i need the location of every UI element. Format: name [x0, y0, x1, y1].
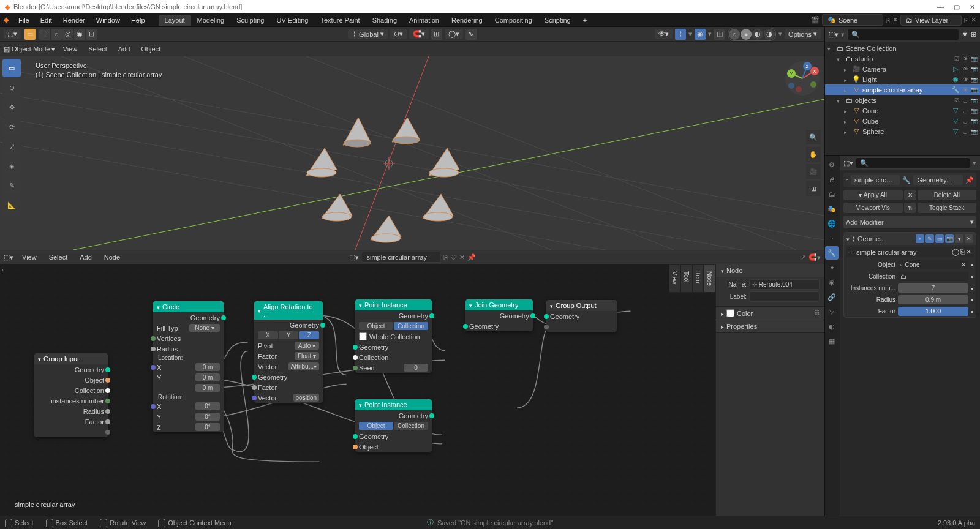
- tab-sculpting[interactable]: Sculpting: [230, 15, 270, 26]
- nav-zoom-icon[interactable]: 🔍: [806, 130, 821, 144]
- scene-icon[interactable]: 🎬: [811, 16, 820, 24]
- npanel-node-header[interactable]: Node: [716, 264, 824, 277]
- mod-radius-field[interactable]: 0.9 m: [898, 295, 968, 304]
- shading-rendered-icon[interactable]: ◑: [764, 29, 775, 40]
- tab-shading[interactable]: Shading: [366, 15, 403, 26]
- prop-curve-icon[interactable]: ∿: [466, 29, 477, 40]
- node-circle[interactable]: Circle Geometry Fill TypNone ▾ Vertices …: [153, 301, 224, 432]
- breadcrumb-pin-icon[interactable]: 📌: [965, 176, 974, 184]
- scene-delete-icon[interactable]: ✕: [892, 16, 898, 24]
- proportional-dropdown[interactable]: ◯▾: [445, 29, 463, 39]
- tool-transform[interactable]: ◈: [2, 157, 21, 175]
- add-modifier-button[interactable]: Add Modifier▾: [843, 216, 976, 228]
- shading-drop-icon[interactable]: ▾: [778, 30, 782, 38]
- nav-gizmo[interactable]: X Y Z: [784, 60, 821, 97]
- xray-icon[interactable]: ◫: [714, 29, 725, 40]
- overlay-toggle-icon[interactable]: ◉: [695, 29, 706, 40]
- tab-layout[interactable]: Layout: [159, 15, 191, 26]
- node-tree-pin-icon[interactable]: 📌: [467, 253, 476, 261]
- prop-tab-scene[interactable]: 🎭: [825, 202, 839, 216]
- npanel-label-field[interactable]: [749, 291, 820, 302]
- tab-compositing[interactable]: Compositing: [489, 15, 538, 26]
- npanel-tab-view[interactable]: View: [669, 264, 680, 293]
- mod-render-icon[interactable]: 📷: [945, 234, 954, 243]
- props-search[interactable]: 🔍: [856, 157, 970, 169]
- gizmo-drop-icon[interactable]: ▾: [688, 30, 692, 38]
- layer-selector[interactable]: 🗂View Layer: [900, 15, 962, 26]
- mod-realtime-icon[interactable]: ▫: [916, 234, 924, 243]
- shading-solid-icon[interactable]: ●: [741, 29, 752, 40]
- prop-tab-object[interactable]: ▫: [825, 231, 839, 245]
- prop-tab-physics[interactable]: ◉: [825, 276, 839, 289]
- scene-new-icon[interactable]: ⎘: [886, 17, 890, 24]
- tab-modeling[interactable]: Modeling: [191, 15, 231, 26]
- mod-delete-icon[interactable]: ✕: [965, 234, 973, 243]
- mod-factor-field[interactable]: 1.000: [898, 307, 968, 316]
- ne-menu-node[interactable]: Node: [100, 252, 124, 262]
- origin3-icon[interactable]: ◉: [74, 29, 85, 40]
- mod-object-field[interactable]: ▫ Cone✕: [898, 260, 968, 269]
- overlay-drop-icon[interactable]: ▾: [708, 30, 712, 38]
- node-tree-name[interactable]: simple circular array: [361, 252, 441, 263]
- viewport-vis-button[interactable]: Viewport Vis: [843, 203, 903, 213]
- node-arrow-icon[interactable]: ↗: [801, 253, 806, 261]
- tab-texture[interactable]: Texture Paint: [314, 15, 366, 26]
- vp-menu-object[interactable]: Object: [137, 44, 164, 54]
- node-group-output[interactable]: Group Output Geometry: [546, 300, 617, 332]
- ne-menu-view[interactable]: View: [18, 252, 40, 262]
- shading-matprev-icon[interactable]: ◐: [752, 29, 763, 40]
- pivot-dropdown[interactable]: ⊙▾: [390, 29, 407, 39]
- mod-collection-field[interactable]: 🗀: [898, 272, 968, 281]
- node-snap-icon[interactable]: 🧲▾: [809, 253, 821, 261]
- node-point-instance-1[interactable]: Point Instance Geometry ObjectCollection…: [355, 299, 432, 373]
- viewport-3d[interactable]: ▭ ⊕ ✥ ⟳ ⤢ ◈ ✎ 📐 User Perspective (1) Sce…: [0, 56, 824, 250]
- npanel-tab-item[interactable]: Item: [692, 264, 704, 293]
- toggle-stack-icon[interactable]: ⇅: [904, 203, 916, 213]
- tool-rotate[interactable]: ⟳: [2, 118, 21, 136]
- npanel-color-header[interactable]: Color⠿: [716, 307, 824, 320]
- outliner-row-scene[interactable]: 🗀Scene Collection: [825, 43, 980, 53]
- cursor-tool-icon[interactable]: ⊹: [39, 29, 50, 40]
- vp-menu-select[interactable]: Select: [85, 44, 111, 54]
- tab-uv[interactable]: UV Editing: [270, 15, 314, 26]
- ne-menu-select[interactable]: Select: [45, 252, 72, 262]
- delete-all-x[interactable]: ✕: [904, 190, 916, 200]
- prop-tab-mesh[interactable]: ▽: [825, 305, 839, 318]
- options-dropdown[interactable]: Options ▾: [785, 29, 821, 39]
- npanel-props-header[interactable]: Properties: [716, 320, 824, 332]
- outliner-filter-icon[interactable]: ▼: [962, 31, 968, 38]
- gizmo-toggle-icon[interactable]: ⊹: [675, 29, 686, 40]
- nav-ortho-icon[interactable]: ⊞: [806, 181, 821, 196]
- outliner-row-cone[interactable]: ▽Cone▽◡📷: [825, 105, 980, 116]
- tool-scale[interactable]: ⤢: [2, 137, 21, 156]
- toggle-stack-button[interactable]: Toggle Stack: [918, 203, 977, 213]
- prop-tab-modifier[interactable]: 🔧: [825, 246, 839, 260]
- tool-select-box[interactable]: ▭: [2, 59, 21, 77]
- menu-file[interactable]: File: [13, 15, 34, 25]
- prop-tab-world[interactable]: 🌐: [825, 217, 839, 230]
- outliner-row-camera[interactable]: 🎥Camera▷👁📷: [825, 64, 980, 74]
- outliner-type-dropdown[interactable]: ⬚▾: [829, 31, 839, 39]
- tool-move[interactable]: ✥: [2, 98, 21, 116]
- outliner-row-sphere[interactable]: ▽Sphere▽◡📷: [825, 126, 980, 137]
- menu-render[interactable]: Render: [58, 15, 90, 25]
- delete-all-button[interactable]: Delete All: [918, 190, 977, 200]
- blender-icon[interactable]: ◆: [4, 16, 9, 24]
- outliner-new-collection-icon[interactable]: ⊞: [971, 31, 976, 39]
- node-group-input[interactable]: Group Input Geometry Object Collection i…: [34, 353, 108, 437]
- mod-editmode-icon[interactable]: ✎: [925, 234, 934, 243]
- menu-edit[interactable]: Edit: [36, 15, 57, 25]
- outliner-row-objects[interactable]: 🗀objects☑◡📷: [825, 95, 980, 105]
- node-toolbar-toggle[interactable]: ›: [1, 266, 4, 273]
- node-tree-type-dropdown[interactable]: ⬚▾: [349, 253, 359, 261]
- node-align-rotation[interactable]: Align Rotation to ... Geometry XYZ Pivot…: [254, 301, 323, 403]
- select-tool-icon[interactable]: ▭: [24, 29, 36, 40]
- menu-window[interactable]: Window: [91, 15, 125, 25]
- prop-tab-particle[interactable]: ✦: [825, 261, 839, 274]
- outliner-display-dropdown[interactable]: ▾: [841, 31, 845, 39]
- apply-all-button[interactable]: ▾ Apply All: [843, 190, 903, 200]
- npanel-tab-tool[interactable]: Tool: [680, 264, 692, 293]
- origin4-icon[interactable]: ⊡: [86, 29, 97, 40]
- outliner-row-active[interactable]: ▽simple circular array🔧👁📷: [825, 84, 980, 95]
- vp-menu-add[interactable]: Add: [115, 44, 134, 54]
